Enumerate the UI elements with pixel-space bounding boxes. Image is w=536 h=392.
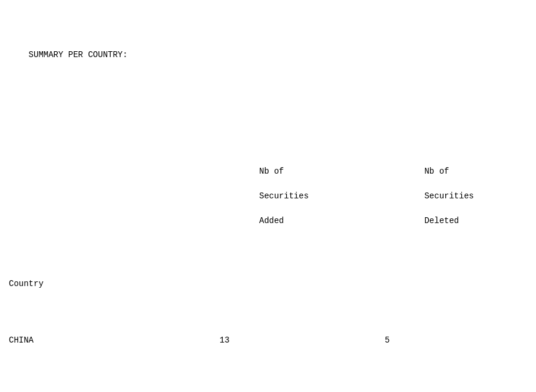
summary-title: SUMMARY PER COUNTRY: (29, 50, 128, 59)
page-title: SUMMARY PER COUNTRY: (9, 36, 527, 74)
deleted-value: 5 (385, 334, 527, 347)
summary-table: Nb of Securities Added Nb of Securities … (9, 128, 527, 371)
added-value: 13 (220, 334, 385, 347)
col-added-header: Nb of Securities Added (220, 153, 385, 240)
country-value: CHINA (9, 334, 220, 347)
country-label: Country (9, 278, 220, 290)
data-row: CHINA 13 5 (9, 334, 527, 347)
col-deleted-header: Nb of Securities Deleted (385, 153, 527, 240)
